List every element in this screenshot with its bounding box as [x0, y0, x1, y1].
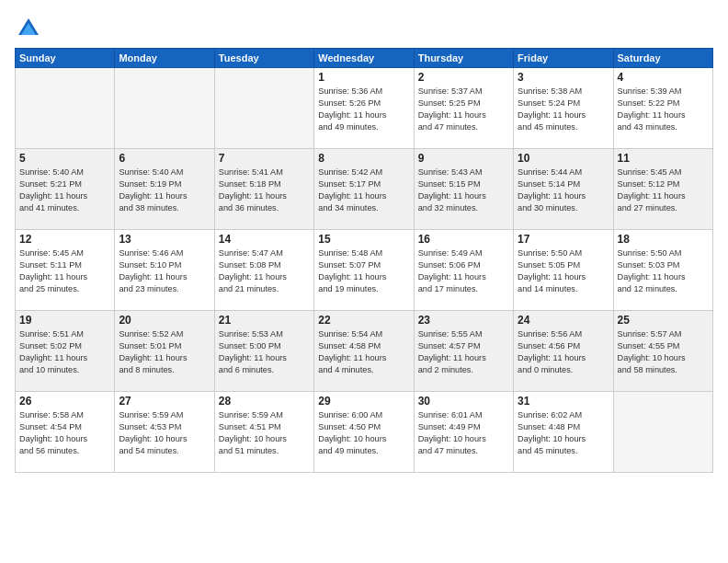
calendar-cell: 7Sunrise: 5:41 AMSunset: 5:18 PMDaylight… [214, 149, 313, 230]
calendar-cell: 20Sunrise: 5:52 AMSunset: 5:01 PMDayligh… [115, 311, 214, 392]
calendar-cell: 31Sunrise: 6:02 AMSunset: 4:48 PMDayligh… [514, 392, 613, 473]
day-info: Sunrise: 5:43 AMSunset: 5:15 PMDaylight:… [418, 167, 509, 214]
calendar-cell: 13Sunrise: 5:46 AMSunset: 5:10 PMDayligh… [115, 230, 214, 311]
day-info: Sunrise: 5:39 AMSunset: 5:22 PMDaylight:… [618, 86, 709, 133]
calendar-cell [214, 68, 313, 149]
day-number: 12 [19, 233, 110, 246]
calendar-cell: 26Sunrise: 5:58 AMSunset: 4:54 PMDayligh… [16, 392, 115, 473]
day-info: Sunrise: 5:48 AMSunset: 5:07 PMDaylight:… [318, 247, 409, 295]
calendar-week-2: 5Sunrise: 5:40 AMSunset: 5:21 PMDaylight… [16, 149, 713, 230]
calendar-header-thursday: Thursday [414, 49, 513, 68]
day-number: 22 [318, 314, 409, 327]
calendar-cell: 1Sunrise: 5:36 AMSunset: 5:26 PMDaylight… [314, 68, 414, 149]
day-number: 16 [418, 233, 509, 246]
day-number: 6 [119, 152, 210, 165]
day-number: 13 [119, 233, 210, 246]
calendar-week-3: 12Sunrise: 5:45 AMSunset: 5:11 PMDayligh… [16, 230, 713, 311]
day-number: 25 [618, 314, 709, 327]
calendar: SundayMondayTuesdayWednesdayThursdayFrid… [15, 48, 713, 473]
calendar-cell: 9Sunrise: 5:43 AMSunset: 5:15 PMDaylight… [414, 149, 513, 230]
day-number: 20 [119, 314, 210, 327]
calendar-cell: 6Sunrise: 5:40 AMSunset: 5:19 PMDaylight… [115, 149, 214, 230]
day-info: Sunrise: 5:47 AMSunset: 5:08 PMDaylight:… [219, 247, 310, 295]
calendar-week-1: 1Sunrise: 5:36 AMSunset: 5:26 PMDaylight… [16, 68, 713, 149]
calendar-cell: 18Sunrise: 5:50 AMSunset: 5:03 PMDayligh… [613, 230, 712, 311]
day-number: 19 [19, 314, 110, 327]
day-info: Sunrise: 5:42 AMSunset: 5:17 PMDaylight:… [318, 167, 409, 214]
calendar-cell [16, 68, 115, 149]
day-number: 7 [219, 152, 310, 165]
day-info: Sunrise: 6:00 AMSunset: 4:50 PMDaylight:… [318, 409, 409, 457]
calendar-cell: 4Sunrise: 5:39 AMSunset: 5:22 PMDaylight… [613, 68, 712, 149]
day-number: 4 [618, 71, 709, 84]
day-number: 17 [518, 233, 609, 246]
calendar-cell: 17Sunrise: 5:50 AMSunset: 5:05 PMDayligh… [514, 230, 613, 311]
day-number: 30 [418, 395, 509, 408]
day-info: Sunrise: 5:52 AMSunset: 5:01 PMDaylight:… [119, 328, 210, 376]
day-number: 5 [19, 152, 110, 165]
calendar-cell: 12Sunrise: 5:45 AMSunset: 5:11 PMDayligh… [16, 230, 115, 311]
day-info: Sunrise: 5:50 AMSunset: 5:03 PMDaylight:… [618, 247, 709, 295]
day-number: 27 [119, 395, 210, 408]
day-number: 24 [518, 314, 609, 327]
day-info: Sunrise: 5:45 AMSunset: 5:11 PMDaylight:… [19, 247, 110, 295]
calendar-cell: 22Sunrise: 5:54 AMSunset: 4:58 PMDayligh… [314, 311, 414, 392]
calendar-cell: 3Sunrise: 5:38 AMSunset: 5:24 PMDaylight… [514, 68, 613, 149]
day-info: Sunrise: 5:51 AMSunset: 5:02 PMDaylight:… [19, 328, 110, 376]
day-info: Sunrise: 5:38 AMSunset: 5:24 PMDaylight:… [518, 86, 609, 133]
day-number: 26 [19, 395, 110, 408]
calendar-cell: 2Sunrise: 5:37 AMSunset: 5:25 PMDaylight… [414, 68, 513, 149]
day-info: Sunrise: 6:01 AMSunset: 4:49 PMDaylight:… [418, 409, 509, 457]
calendar-cell: 11Sunrise: 5:45 AMSunset: 5:12 PMDayligh… [613, 149, 712, 230]
day-number: 11 [618, 152, 709, 165]
day-info: Sunrise: 5:56 AMSunset: 4:56 PMDaylight:… [518, 328, 609, 376]
calendar-cell: 15Sunrise: 5:48 AMSunset: 5:07 PMDayligh… [314, 230, 414, 311]
calendar-cell: 29Sunrise: 6:00 AMSunset: 4:50 PMDayligh… [314, 392, 414, 473]
day-number: 1 [318, 71, 409, 84]
day-info: Sunrise: 5:40 AMSunset: 5:21 PMDaylight:… [19, 167, 110, 214]
header [15, 15, 713, 42]
calendar-cell: 5Sunrise: 5:40 AMSunset: 5:21 PMDaylight… [16, 149, 115, 230]
logo-icon [15, 15, 42, 42]
calendar-cell: 14Sunrise: 5:47 AMSunset: 5:08 PMDayligh… [214, 230, 313, 311]
calendar-header-monday: Monday [115, 49, 214, 68]
day-info: Sunrise: 5:41 AMSunset: 5:18 PMDaylight:… [219, 167, 310, 214]
page-container: SundayMondayTuesdayWednesdayThursdayFrid… [0, 0, 728, 563]
day-number: 21 [219, 314, 310, 327]
calendar-header-sunday: Sunday [16, 49, 115, 68]
calendar-cell [613, 392, 712, 473]
day-number: 28 [219, 395, 310, 408]
calendar-cell: 21Sunrise: 5:53 AMSunset: 5:00 PMDayligh… [214, 311, 313, 392]
day-number: 18 [618, 233, 709, 246]
calendar-cell: 8Sunrise: 5:42 AMSunset: 5:17 PMDaylight… [314, 149, 414, 230]
day-number: 9 [418, 152, 509, 165]
day-info: Sunrise: 5:55 AMSunset: 4:57 PMDaylight:… [418, 328, 509, 376]
day-number: 2 [418, 71, 509, 84]
day-info: Sunrise: 5:54 AMSunset: 4:58 PMDaylight:… [318, 328, 409, 376]
day-number: 31 [518, 395, 609, 408]
day-info: Sunrise: 5:40 AMSunset: 5:19 PMDaylight:… [119, 167, 210, 214]
calendar-cell: 10Sunrise: 5:44 AMSunset: 5:14 PMDayligh… [514, 149, 613, 230]
calendar-cell: 30Sunrise: 6:01 AMSunset: 4:49 PMDayligh… [414, 392, 513, 473]
day-number: 15 [318, 233, 409, 246]
day-number: 23 [418, 314, 509, 327]
day-number: 10 [518, 152, 609, 165]
calendar-week-4: 19Sunrise: 5:51 AMSunset: 5:02 PMDayligh… [16, 311, 713, 392]
day-info: Sunrise: 5:44 AMSunset: 5:14 PMDaylight:… [518, 167, 609, 214]
day-info: Sunrise: 5:53 AMSunset: 5:00 PMDaylight:… [219, 328, 310, 376]
calendar-cell: 24Sunrise: 5:56 AMSunset: 4:56 PMDayligh… [514, 311, 613, 392]
day-info: Sunrise: 5:50 AMSunset: 5:05 PMDaylight:… [518, 247, 609, 295]
calendar-header-row: SundayMondayTuesdayWednesdayThursdayFrid… [16, 49, 713, 68]
day-info: Sunrise: 5:36 AMSunset: 5:26 PMDaylight:… [318, 86, 409, 133]
calendar-header-friday: Friday [514, 49, 613, 68]
day-number: 8 [318, 152, 409, 165]
day-info: Sunrise: 6:02 AMSunset: 4:48 PMDaylight:… [518, 409, 609, 457]
calendar-cell: 16Sunrise: 5:49 AMSunset: 5:06 PMDayligh… [414, 230, 513, 311]
calendar-cell: 19Sunrise: 5:51 AMSunset: 5:02 PMDayligh… [16, 311, 115, 392]
day-info: Sunrise: 5:59 AMSunset: 4:53 PMDaylight:… [119, 409, 210, 457]
calendar-header-wednesday: Wednesday [314, 49, 414, 68]
calendar-cell: 25Sunrise: 5:57 AMSunset: 4:55 PMDayligh… [613, 311, 712, 392]
day-info: Sunrise: 5:46 AMSunset: 5:10 PMDaylight:… [119, 247, 210, 295]
day-info: Sunrise: 5:59 AMSunset: 4:51 PMDaylight:… [219, 409, 310, 457]
day-info: Sunrise: 5:49 AMSunset: 5:06 PMDaylight:… [418, 247, 509, 295]
